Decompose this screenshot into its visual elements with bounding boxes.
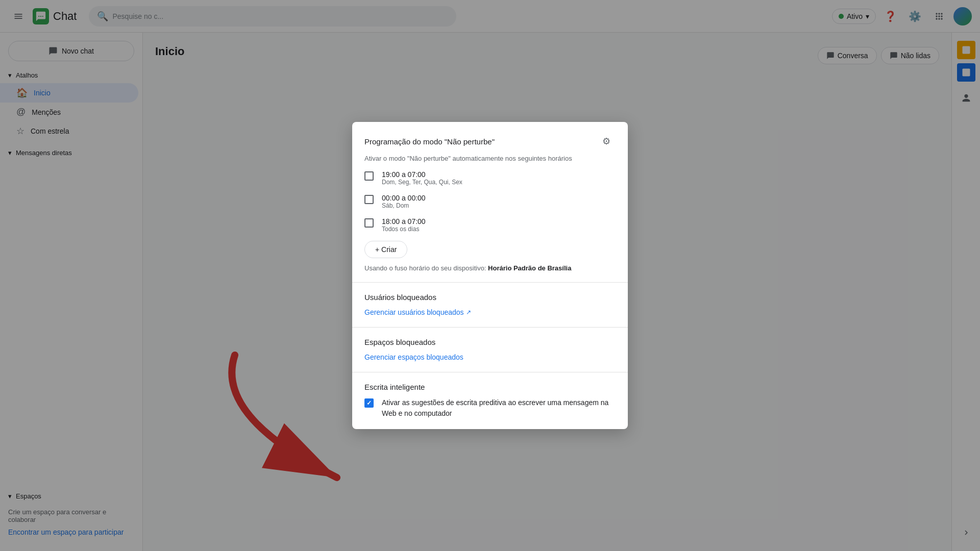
- dnd-gear-button[interactable]: ⚙: [597, 132, 616, 151]
- timezone-value: Horário Padrão de Brasília: [488, 264, 571, 272]
- schedule-info-1: 19:00 a 07:00 Dom, Seg, Ter, Qua, Qui, S…: [382, 170, 462, 186]
- schedule-time-1: 19:00 a 07:00: [382, 170, 462, 179]
- schedule-days-3: Todos os dias: [382, 226, 426, 233]
- schedule-time-3: 18:00 a 07:00: [382, 217, 426, 226]
- schedule-checkbox-3[interactable]: [364, 218, 374, 228]
- timezone-note: Usando o fuso horário do seu dispositivo…: [364, 264, 616, 272]
- blocked-users-title: Usuários bloqueados: [364, 293, 616, 302]
- dnd-schedule-section: Programação do modo "Não perturbe" ⚙ Ati…: [352, 122, 628, 283]
- blocked-users-section: Usuários bloqueados Gerenciar usuários b…: [352, 283, 628, 328]
- blocked-spaces-section: Espaços bloqueados Gerenciar espaços blo…: [352, 328, 628, 372]
- manage-blocked-users-link[interactable]: Gerenciar usuários bloqueados ↗: [364, 308, 471, 316]
- dnd-section-title: Programação do modo "Não perturbe": [364, 137, 495, 146]
- create-schedule-button[interactable]: + Criar: [364, 241, 407, 258]
- schedule-checkbox-2[interactable]: [364, 195, 374, 204]
- modal-overlay: Programação do modo "Não perturbe" ⚙ Ati…: [0, 0, 980, 551]
- smart-writing-checkbox[interactable]: [364, 398, 374, 408]
- dnd-section-subtitle: Ativar o modo "Não perturbe" automaticam…: [364, 155, 616, 162]
- schedule-days-2: Sáb, Dom: [382, 202, 426, 209]
- schedule-row-3: 18:00 a 07:00 Todos os dias: [364, 217, 616, 233]
- manage-blocked-spaces-link[interactable]: Gerenciar espaços bloqueados: [364, 353, 463, 361]
- dnd-section-header: Programação do modo "Não perturbe" ⚙: [364, 132, 616, 151]
- external-link-icon: ↗: [466, 309, 471, 316]
- smart-writing-section: Escrita inteligente Ativar as sugestões …: [352, 372, 628, 429]
- schedule-row-2: 00:00 a 00:00 Sáb, Dom: [364, 194, 616, 209]
- schedule-info-2: 00:00 a 00:00 Sáb, Dom: [382, 194, 426, 209]
- schedule-row-1: 19:00 a 07:00 Dom, Seg, Ter, Qua, Qui, S…: [364, 170, 616, 186]
- schedule-days-1: Dom, Seg, Ter, Qua, Qui, Sex: [382, 179, 462, 186]
- create-btn-label: + Criar: [375, 245, 397, 254]
- schedule-checkbox-1[interactable]: [364, 171, 374, 181]
- blocked-spaces-title: Espaços bloqueados: [364, 338, 616, 346]
- smart-writing-title: Escrita inteligente: [364, 383, 616, 391]
- schedule-info-3: 18:00 a 07:00 Todos os dias: [382, 217, 426, 233]
- smart-writing-description: Ativar as sugestões de escrita preditiva…: [382, 397, 616, 419]
- smart-writing-row: Ativar as sugestões de escrita preditiva…: [364, 397, 616, 419]
- settings-modal: Programação do modo "Não perturbe" ⚙ Ati…: [352, 122, 628, 429]
- schedule-time-2: 00:00 a 00:00: [382, 194, 426, 202]
